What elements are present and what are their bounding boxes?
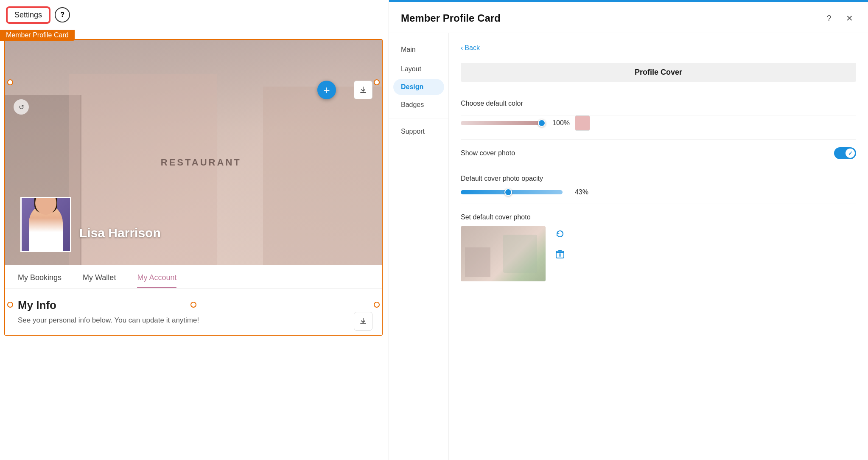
refresh-icon	[555, 229, 565, 238]
back-label: Back	[465, 44, 480, 52]
help-button[interactable]: ?	[55, 7, 70, 22]
tabs-section: My Bookings My Wallet My Account	[5, 265, 382, 289]
handle-top-right[interactable]	[374, 79, 380, 85]
nav-layout[interactable]: Layout	[389, 59, 448, 79]
settings-button[interactable]: Settings	[7, 7, 50, 23]
back-row: ‹ Back	[461, 42, 856, 54]
back-button[interactable]: ‹ Back	[461, 42, 480, 54]
handle-bottom-mid[interactable]	[190, 302, 196, 308]
handle-bottom-left[interactable]	[7, 302, 13, 308]
opacity-slider-track[interactable]	[461, 190, 563, 194]
restaurant-sign: RESTAURANT	[161, 157, 241, 168]
nav-design[interactable]: Design	[393, 79, 444, 95]
tab-my-bookings[interactable]: My Bookings	[18, 273, 62, 288]
chevron-left-icon: ‹	[461, 44, 463, 52]
download-button-bottom[interactable]	[354, 312, 372, 331]
color-value: 100%	[551, 119, 570, 127]
cover-photo: RESTAURANT ↺ Lisa Harrison	[5, 40, 382, 265]
cover-thumbnail	[461, 226, 546, 281]
left-nav-panel: Main Layout Design Badges Support	[389, 33, 448, 460]
color-control	[461, 121, 546, 125]
color-setting-label: Choose default color	[461, 100, 523, 107]
color-setting-row: Choose default color	[461, 92, 856, 115]
panel-close-button[interactable]: ✕	[843, 11, 856, 25]
opacity-slider-thumb[interactable]	[504, 188, 512, 196]
add-section-button[interactable]: +	[317, 81, 336, 99]
cover-delete-button[interactable]	[552, 247, 568, 262]
handle-top-left[interactable]	[7, 79, 13, 85]
top-bar: Settings ?	[0, 0, 389, 30]
cover-thumb-row	[461, 226, 856, 281]
panel-main-content: ‹ Back Profile Cover Choose default colo…	[449, 33, 868, 460]
user-name: Lisa Harrison	[79, 226, 161, 240]
color-slider-thumb[interactable]	[538, 119, 546, 127]
panel-body: Main Layout Design Badges Support ‹ Back…	[389, 33, 868, 460]
show-cover-label: Show cover photo	[461, 149, 515, 157]
nav-badges[interactable]: Badges	[389, 95, 448, 115]
my-info-section: My Info See your personal info below. Yo…	[5, 289, 382, 335]
cover-thumb-label: Set default cover photo	[461, 206, 856, 221]
left-panel: Settings ? Member Profile Card + RESTAUR…	[0, 0, 389, 460]
trash-icon	[556, 250, 564, 259]
toggle-thumb: ✓	[846, 149, 855, 158]
tab-my-wallet[interactable]: My Wallet	[83, 273, 116, 288]
section-heading: Profile Cover	[461, 63, 856, 82]
opacity-value: 43%	[569, 188, 588, 196]
cover-refresh-button[interactable]	[552, 226, 568, 241]
handle-bottom-right[interactable]	[374, 302, 380, 308]
settings-section: Choose default color 100% Show cover pho…	[461, 92, 856, 281]
my-info-description: See your personal info below. You can up…	[18, 316, 369, 325]
panel-help-button[interactable]: ?	[822, 11, 836, 25]
panel-header: Member Profile Card ? ✕	[389, 2, 868, 33]
opacity-control-row: 43%	[461, 188, 856, 196]
color-swatch[interactable]	[575, 115, 590, 131]
nav-main[interactable]: Main	[389, 40, 448, 59]
panel-header-actions: ? ✕	[822, 11, 856, 25]
cover-refresh-icon[interactable]: ↺	[14, 99, 29, 115]
cover-thumb-section: Set default cover photo	[461, 206, 856, 281]
right-panel: Member Profile Card ? ✕ Main Layout Desi…	[389, 0, 868, 460]
widget-container: + RESTAURANT ↺ Lisa Harris	[4, 39, 383, 336]
avatar	[20, 197, 71, 252]
download-button-top[interactable]	[354, 81, 372, 99]
show-cover-row: Show cover photo ✓	[461, 140, 856, 167]
widget-label: Member Profile Card	[0, 30, 75, 41]
opacity-label: Default cover photo opacity	[461, 175, 856, 182]
show-cover-toggle[interactable]: ✓	[834, 147, 856, 159]
tab-my-account[interactable]: My Account	[137, 273, 176, 288]
cover-thumb-actions	[552, 226, 568, 262]
download-icon	[359, 86, 367, 94]
toggle-check-icon: ✓	[848, 150, 853, 157]
panel-title: Member Profile Card	[401, 12, 501, 24]
nav-support[interactable]: Support	[389, 122, 448, 141]
color-slider-track[interactable]	[461, 121, 546, 125]
section-title-row: Profile Cover	[461, 63, 856, 82]
download-icon-bottom	[359, 317, 367, 325]
